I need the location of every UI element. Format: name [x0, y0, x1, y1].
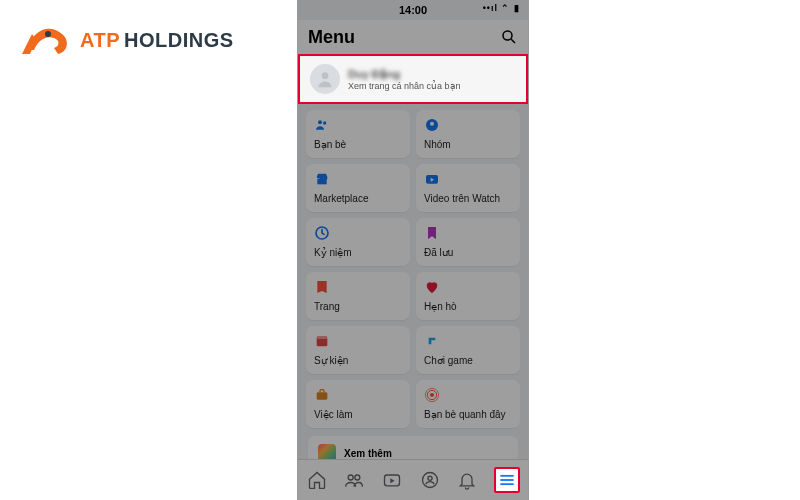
tab-bar	[298, 459, 528, 500]
tile-label: Chơi game	[424, 355, 512, 366]
see-more-label: Xem thêm	[344, 448, 392, 459]
tile-memories[interactable]: Kỷ niệm	[306, 218, 410, 266]
svg-point-5	[323, 121, 326, 124]
tile-label: Hẹn hò	[424, 301, 512, 312]
tab-menu[interactable]	[494, 467, 520, 493]
svg-rect-12	[317, 336, 328, 339]
gaming-icon	[424, 333, 440, 349]
memories-icon	[314, 225, 330, 241]
svg-line-2	[511, 39, 515, 43]
tile-label: Đã lưu	[424, 247, 512, 258]
pages-icon	[314, 279, 330, 295]
svg-point-18	[355, 475, 360, 480]
watch-icon	[424, 171, 440, 187]
atp-holdings-logo: ATP HOLDINGS	[20, 20, 234, 60]
svg-point-1	[503, 31, 512, 40]
tile-label: Sự kiện	[314, 355, 402, 366]
tile-watch[interactable]: Video trên Watch	[416, 164, 520, 212]
tile-nearby[interactable]: Bạn bè quanh đây	[416, 380, 520, 428]
tile-friends[interactable]: Bạn bè	[306, 110, 410, 158]
tile-jobs[interactable]: Việc làm	[306, 380, 410, 428]
dating-icon	[424, 279, 440, 295]
status-icons: ••ıl ⌃ ▮	[483, 3, 520, 13]
brand-holdings: HOLDINGS	[124, 29, 234, 52]
search-icon[interactable]	[500, 28, 518, 46]
svg-point-0	[45, 31, 51, 37]
svg-point-4	[318, 120, 322, 124]
menu-header: Menu	[298, 20, 528, 54]
tile-label: Kỷ niệm	[314, 247, 402, 258]
tile-dating[interactable]: Hẹn hò	[416, 272, 520, 320]
tile-events[interactable]: Sự kiện	[306, 326, 410, 374]
brand-atp: ATP	[80, 29, 120, 52]
menu-grid: Bạn bèNhómMarketplaceVideo trên WatchKỷ …	[298, 104, 528, 434]
tile-marketplace[interactable]: Marketplace	[306, 164, 410, 212]
profile-row[interactable]: Duy Đặng Xem trang cá nhân của bạn	[298, 54, 528, 104]
marketplace-icon	[314, 171, 330, 187]
svg-point-17	[349, 475, 354, 480]
tile-label: Việc làm	[314, 409, 402, 420]
tile-label: Trang	[314, 301, 402, 312]
tile-gaming[interactable]: Chơi game	[416, 326, 520, 374]
friends-icon	[314, 117, 330, 133]
profile-subtitle: Xem trang cá nhân của bạn	[348, 81, 461, 91]
events-icon	[314, 333, 330, 349]
svg-point-3	[322, 72, 329, 79]
tab-watch[interactable]	[381, 469, 403, 491]
logo-mark-icon	[20, 20, 74, 60]
nearby-icon	[424, 387, 440, 403]
tile-label: Bạn bè	[314, 139, 402, 150]
tile-pages[interactable]: Trang	[306, 272, 410, 320]
status-bar: 14:00 ••ıl ⌃ ▮	[298, 0, 528, 20]
tab-groups[interactable]	[419, 469, 441, 491]
tab-friends[interactable]	[343, 469, 365, 491]
svg-point-7	[430, 122, 434, 126]
tab-notifications[interactable]	[456, 469, 478, 491]
menu-title: Menu	[308, 27, 355, 48]
tile-label: Video trên Watch	[424, 193, 512, 204]
tile-saved[interactable]: Đã lưu	[416, 218, 520, 266]
tile-label: Nhóm	[424, 139, 512, 150]
svg-rect-8	[317, 179, 326, 184]
jobs-icon	[314, 387, 330, 403]
tile-label: Marketplace	[314, 193, 402, 204]
tile-groups[interactable]: Nhóm	[416, 110, 520, 158]
tab-home[interactable]	[306, 469, 328, 491]
saved-icon	[424, 225, 440, 241]
status-time: 14:00	[399, 4, 427, 16]
phone-screenshot: 14:00 ••ıl ⌃ ▮ Menu Duy Đặng Xem trang c…	[298, 0, 528, 500]
profile-name: Duy Đặng	[348, 68, 461, 81]
tile-label: Bạn bè quanh đây	[424, 409, 512, 420]
svg-rect-13	[317, 392, 328, 399]
svg-point-14	[430, 393, 434, 397]
groups-icon	[424, 117, 440, 133]
svg-point-21	[428, 476, 432, 480]
avatar	[310, 64, 340, 94]
